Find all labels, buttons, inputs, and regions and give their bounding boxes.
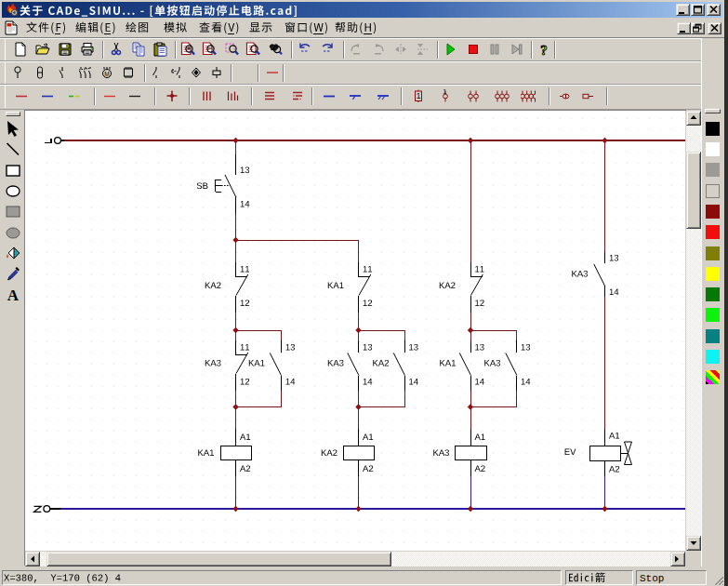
svg-text:A: A [7, 286, 20, 304]
svg-text:M: M [104, 71, 109, 77]
svg-text:1: 1 [443, 88, 447, 95]
svg-text:?: ? [540, 43, 548, 58]
svg-text:1: 1 [417, 91, 421, 100]
